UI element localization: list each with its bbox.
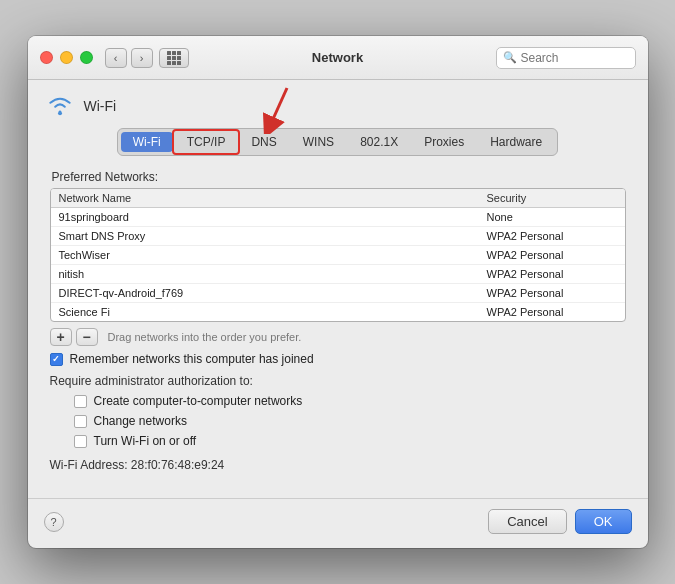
tab-tcpip-wrapper: TCP/IP: [175, 132, 238, 152]
forward-button[interactable]: ›: [131, 48, 153, 68]
remember-networks-row: ✓ Remember networks this computer has jo…: [50, 352, 626, 366]
red-arrow: [239, 84, 299, 134]
require-admin-label: Require administrator authorization to:: [50, 374, 626, 388]
tab-hardware[interactable]: Hardware: [478, 132, 554, 152]
svg-point-0: [58, 111, 62, 115]
table-row[interactable]: 91springboard None: [51, 208, 625, 227]
network-security: WPA2 Personal: [487, 306, 617, 318]
table-row[interactable]: Smart DNS Proxy WPA2 Personal: [51, 227, 625, 246]
wifi-address-label: Wi-Fi Address:: [50, 458, 128, 472]
cancel-button[interactable]: Cancel: [488, 509, 566, 534]
remember-networks-checkbox[interactable]: ✓: [50, 353, 63, 366]
change-networks-checkbox[interactable]: [74, 415, 87, 428]
table-row[interactable]: TechWiser WPA2 Personal: [51, 246, 625, 265]
wifi-address-row: Wi-Fi Address: 28:f0:76:48:e9:24: [50, 458, 626, 472]
turn-wifi-checkbox[interactable]: [74, 435, 87, 448]
preferred-networks-label: Preferred Networks:: [52, 170, 632, 184]
interface-name: Wi-Fi: [84, 98, 117, 114]
turn-wifi-label: Turn Wi-Fi on or off: [94, 434, 197, 448]
main-content: Wi-Fi Wi-Fi TCP/IP DNS WINS: [28, 80, 648, 488]
bottom-bar: ? Cancel OK: [28, 498, 648, 548]
tab-wifi[interactable]: Wi-Fi: [121, 132, 173, 152]
network-security: WPA2 Personal: [487, 287, 617, 299]
search-box[interactable]: 🔍: [496, 47, 636, 69]
network-security: None: [487, 211, 617, 223]
svg-line-2: [269, 88, 287, 128]
network-name: Smart DNS Proxy: [59, 230, 487, 242]
remember-networks-label: Remember networks this computer has join…: [70, 352, 314, 366]
window-title: Network: [312, 50, 363, 65]
wifi-icon: [44, 94, 76, 118]
network-name: DIRECT-qv-Android_f769: [59, 287, 487, 299]
nav-buttons: ‹ ›: [105, 48, 153, 68]
tab-dns[interactable]: DNS: [239, 132, 288, 152]
create-computer-label: Create computer-to-computer networks: [94, 394, 303, 408]
network-name: Science Fi: [59, 306, 487, 318]
search-icon: 🔍: [503, 51, 517, 64]
tab-wins[interactable]: WINS: [291, 132, 346, 152]
tab-tcpip[interactable]: TCP/IP: [175, 132, 238, 152]
network-name: nitish: [59, 268, 487, 280]
checkmark-icon: ✓: [52, 354, 60, 364]
col-header-security: Security: [487, 192, 617, 204]
close-button[interactable]: [40, 51, 53, 64]
maximize-button[interactable]: [80, 51, 93, 64]
tab-8021x[interactable]: 802.1X: [348, 132, 410, 152]
change-networks-row: Change networks: [74, 414, 626, 428]
titlebar: ‹ › Network 🔍: [28, 36, 648, 80]
table-actions: + − Drag networks into the order you pre…: [50, 328, 626, 346]
turn-wifi-row: Turn Wi-Fi on or off: [74, 434, 626, 448]
drag-hint: Drag networks into the order you prefer.: [108, 331, 302, 343]
grid-icon: [167, 51, 181, 65]
col-header-name: Network Name: [59, 192, 487, 204]
add-network-button[interactable]: +: [50, 328, 72, 346]
back-button[interactable]: ‹: [105, 48, 127, 68]
ok-button[interactable]: OK: [575, 509, 632, 534]
search-input[interactable]: [521, 51, 629, 65]
network-table: Network Name Security 91springboard None…: [50, 188, 626, 322]
tabs-bar: Wi-Fi TCP/IP DNS WINS 802.1X Proxies Har…: [117, 128, 558, 156]
table-row[interactable]: nitish WPA2 Personal: [51, 265, 625, 284]
remove-network-button[interactable]: −: [76, 328, 98, 346]
interface-header: Wi-Fi: [44, 94, 632, 118]
table-body[interactable]: 91springboard None Smart DNS Proxy WPA2 …: [51, 208, 625, 321]
grid-button[interactable]: [159, 48, 189, 68]
change-networks-label: Change networks: [94, 414, 187, 428]
tab-proxies[interactable]: Proxies: [412, 132, 476, 152]
table-row[interactable]: DIRECT-qv-Android_f769 WPA2 Personal: [51, 284, 625, 303]
network-security: WPA2 Personal: [487, 230, 617, 242]
help-button[interactable]: ?: [44, 512, 64, 532]
create-computer-row: Create computer-to-computer networks: [74, 394, 626, 408]
network-name: 91springboard: [59, 211, 487, 223]
minimize-button[interactable]: [60, 51, 73, 64]
create-computer-checkbox[interactable]: [74, 395, 87, 408]
traffic-lights: [40, 51, 93, 64]
dialog-buttons: Cancel OK: [488, 509, 631, 534]
network-security: WPA2 Personal: [487, 268, 617, 280]
network-window: ‹ › Network 🔍 Wi-Fi: [28, 36, 648, 548]
admin-options: Create computer-to-computer networks Cha…: [68, 394, 632, 448]
wifi-address-value: 28:f0:76:48:e9:24: [131, 458, 224, 472]
network-name: TechWiser: [59, 249, 487, 261]
network-security: WPA2 Personal: [487, 249, 617, 261]
table-row[interactable]: Science Fi WPA2 Personal: [51, 303, 625, 321]
table-header: Network Name Security: [51, 189, 625, 208]
